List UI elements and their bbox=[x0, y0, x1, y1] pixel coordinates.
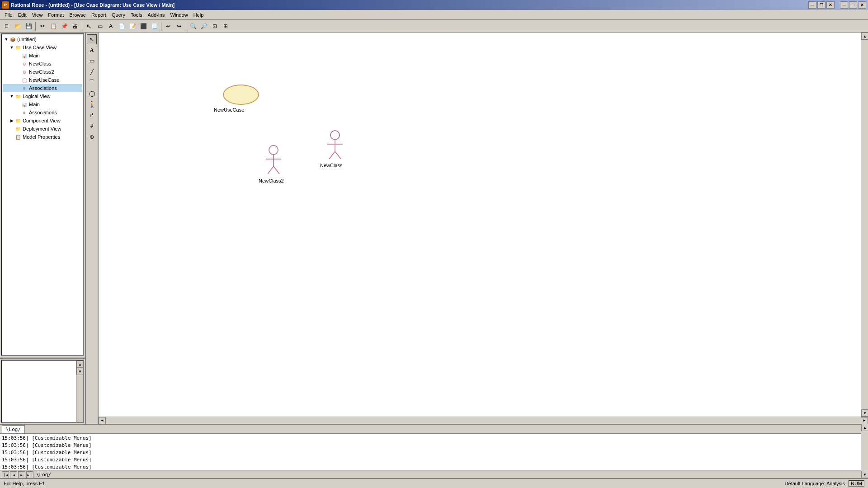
vtool-text[interactable]: A bbox=[87, 45, 97, 55]
actor-newclass2-label: NewClass2 bbox=[259, 178, 284, 183]
toolbar-open[interactable]: 📂 bbox=[13, 21, 23, 31]
log-scroll-down[interactable]: ▼ bbox=[861, 471, 868, 478]
menu-edit[interactable]: Edit bbox=[15, 10, 29, 19]
log-nav-next[interactable]: ► bbox=[18, 471, 25, 479]
app-icon: R bbox=[2, 1, 9, 9]
label-newclass2: NewClass2 bbox=[29, 69, 54, 75]
icon-mp: 📋 bbox=[14, 133, 22, 141]
inner-close-btn[interactable]: ✕ bbox=[826, 1, 835, 9]
scroll-right-btn[interactable]: ► bbox=[861, 417, 868, 424]
diagram-canvas[interactable]: NewUseCase NewClass bbox=[99, 33, 861, 417]
toolbar-zoom-fit[interactable]: ⊡ bbox=[210, 21, 220, 31]
icon-newclass: ⊙ bbox=[21, 60, 28, 67]
toolbar-paste[interactable]: 📌 bbox=[59, 21, 69, 31]
toolbar-copy[interactable]: 📋 bbox=[48, 21, 58, 31]
tree-item-newusecase[interactable]: ◯ NewUseCase bbox=[3, 76, 82, 84]
canvas-row: NewUseCase NewClass bbox=[99, 33, 868, 417]
toolbar-new[interactable]: 🗋 bbox=[2, 21, 12, 31]
actor-newclass[interactable] bbox=[324, 130, 346, 161]
icon-dv: 📁 bbox=[14, 125, 22, 132]
toolbar-zoom-out[interactable]: 🔎 bbox=[199, 21, 209, 31]
log-line-4: 15:03:56| [Customizable Menus] bbox=[2, 456, 866, 464]
toolbar-doc[interactable]: 📃 bbox=[149, 21, 159, 31]
vtool-line[interactable]: ╱ bbox=[87, 67, 97, 77]
actor-newclass2[interactable] bbox=[262, 145, 285, 176]
log-nav-last[interactable]: ►| bbox=[26, 471, 33, 479]
tree-item-assoc-lv[interactable]: ≡ Associations bbox=[3, 108, 82, 117]
menu-browse[interactable]: Browse bbox=[66, 10, 89, 19]
svg-point-0 bbox=[330, 131, 340, 140]
menu-addins[interactable]: Add-Ins bbox=[145, 10, 168, 19]
log-panel-wrapper: \Log/ 15:03:56| [Customizable Menus] 15:… bbox=[0, 424, 868, 478]
log-nav-first[interactable]: |◄ bbox=[2, 471, 9, 479]
vtool-pin[interactable]: ⊕ bbox=[87, 132, 97, 142]
menu-file[interactable]: File bbox=[2, 10, 15, 19]
inner-minimize-btn[interactable]: ─ bbox=[808, 1, 816, 9]
log-panel: \Log/ 15:03:56| [Customizable Menus] 15:… bbox=[0, 424, 868, 478]
minimize-btn[interactable]: ─ bbox=[840, 1, 848, 9]
menu-tools[interactable]: Tools bbox=[128, 10, 145, 19]
menu-window[interactable]: Window bbox=[168, 10, 191, 19]
tree-item-mp[interactable]: 📋 Model Properties bbox=[3, 133, 82, 141]
menu-report[interactable]: Report bbox=[89, 10, 109, 19]
toolbar-forward[interactable]: ↪ bbox=[174, 21, 184, 31]
toolbar-save[interactable]: 💾 bbox=[24, 21, 33, 31]
log-tab[interactable]: \Log/ bbox=[2, 425, 25, 433]
toolbar-select[interactable]: ↖ bbox=[84, 21, 94, 31]
vtool-note[interactable]: ▭ bbox=[87, 56, 97, 66]
scroll-down-btn[interactable]: ▼ bbox=[861, 409, 868, 417]
scroll-left-btn[interactable]: ◄ bbox=[99, 417, 106, 424]
log-scroll-up[interactable]: ▲ bbox=[861, 424, 868, 431]
tree-item-untitled[interactable]: ▼ 📦 (untitled) bbox=[3, 35, 82, 43]
tree-item-newclass[interactable]: ⊙ NewClass bbox=[3, 60, 82, 68]
tree-item-cv[interactable]: ▶ 📁 Component View bbox=[3, 117, 82, 125]
menu-query[interactable]: Query bbox=[109, 10, 128, 19]
toolbar-zoom-in[interactable]: 🔍 bbox=[188, 21, 198, 31]
toolbar-note2[interactable]: 📝 bbox=[127, 21, 137, 31]
vtool-corner-up[interactable]: ↱ bbox=[87, 110, 97, 120]
log-line-3: 15:03:56| [Customizable Menus] bbox=[2, 449, 866, 456]
tree-area: ▼ 📦 (untitled) ▼ 📁 Use Case View 📊 Main … bbox=[1, 33, 84, 356]
toolbar-cut[interactable]: ✂ bbox=[38, 21, 47, 31]
inner-restore-btn[interactable]: ❐ bbox=[817, 1, 826, 9]
icon-assoc-ucv: ≡ bbox=[21, 84, 28, 92]
toolbar-back[interactable]: ↩ bbox=[163, 21, 173, 31]
log-nav-prev[interactable]: ◄ bbox=[10, 471, 17, 479]
toolbar-browse-class[interactable]: ⬛ bbox=[138, 21, 148, 31]
tree-item-newclass2[interactable]: ⊙ NewClass2 bbox=[3, 68, 82, 76]
panel-splitter[interactable] bbox=[0, 357, 85, 359]
scroll-up-btn[interactable]: ▲ bbox=[861, 33, 868, 40]
menu-format[interactable]: Format bbox=[45, 10, 66, 19]
label-ucv: Use Case View bbox=[23, 45, 57, 50]
close-btn[interactable]: ✕ bbox=[858, 1, 866, 9]
expand-untitled: ▼ bbox=[4, 37, 9, 42]
toolbar-print[interactable]: 🖨 bbox=[70, 21, 80, 31]
label-newusecase: NewUseCase bbox=[29, 77, 59, 83]
vtool-arc[interactable]: ⌒ bbox=[87, 78, 97, 88]
menu-view[interactable]: View bbox=[29, 10, 46, 19]
tree-item-ucv[interactable]: ▼ 📁 Use Case View bbox=[3, 43, 82, 52]
tree-item-assoc-ucv[interactable]: ≡ Associations bbox=[3, 84, 82, 92]
vtool-select[interactable]: ↖ bbox=[87, 34, 97, 44]
toolbar-text[interactable]: A bbox=[106, 21, 116, 31]
log-nav: |◄ ◄ ► ►| \Log/ bbox=[0, 470, 868, 478]
toolbar-note[interactable]: 📄 bbox=[117, 21, 127, 31]
maximize-btn[interactable]: □ bbox=[849, 1, 857, 9]
thumb-scrollbar[interactable]: ▲ ▼ bbox=[76, 361, 83, 422]
label-assoc-lv: Associations bbox=[29, 110, 57, 115]
usecase-ellipse[interactable] bbox=[223, 84, 259, 105]
thumb-scroll-down[interactable]: ▼ bbox=[76, 368, 84, 375]
log-nav-path: \Log/ bbox=[36, 472, 51, 478]
menu-help[interactable]: Help bbox=[191, 10, 207, 19]
vtool-actor[interactable]: 🚶 bbox=[87, 99, 97, 109]
vtool-ellipse[interactable]: ◯ bbox=[87, 89, 97, 99]
tree-item-main-lv[interactable]: 📊 Main bbox=[3, 100, 82, 108]
vtool-corner-down[interactable]: ↲ bbox=[87, 121, 97, 131]
svg-line-3 bbox=[329, 151, 335, 159]
toolbar-zoom-page[interactable]: ⊞ bbox=[221, 21, 231, 31]
tree-item-lv[interactable]: ▼ 📁 Logical View bbox=[3, 92, 82, 100]
tree-item-main[interactable]: 📊 Main bbox=[3, 52, 82, 60]
toolbar-box[interactable]: ▭ bbox=[95, 21, 105, 31]
thumb-scroll-up[interactable]: ▲ bbox=[76, 361, 84, 368]
tree-item-dv[interactable]: 📁 Deployment View bbox=[3, 125, 82, 133]
